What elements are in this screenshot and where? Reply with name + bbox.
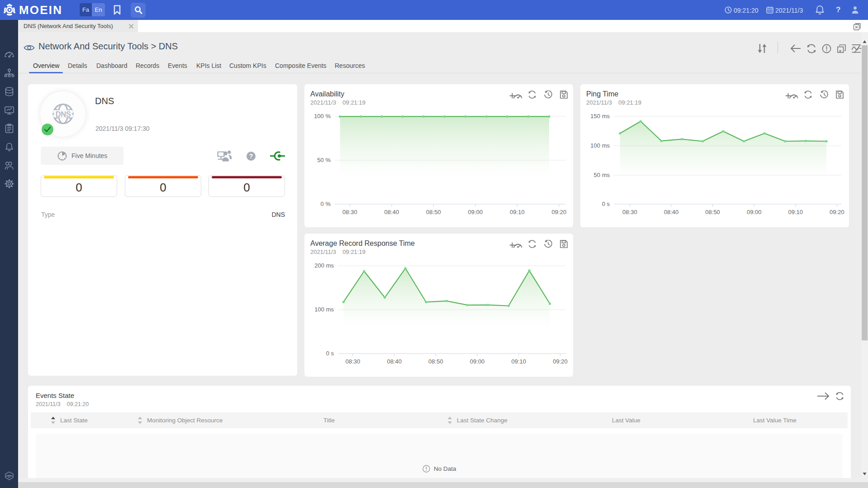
svg-text:DNS: DNS bbox=[56, 110, 71, 118]
